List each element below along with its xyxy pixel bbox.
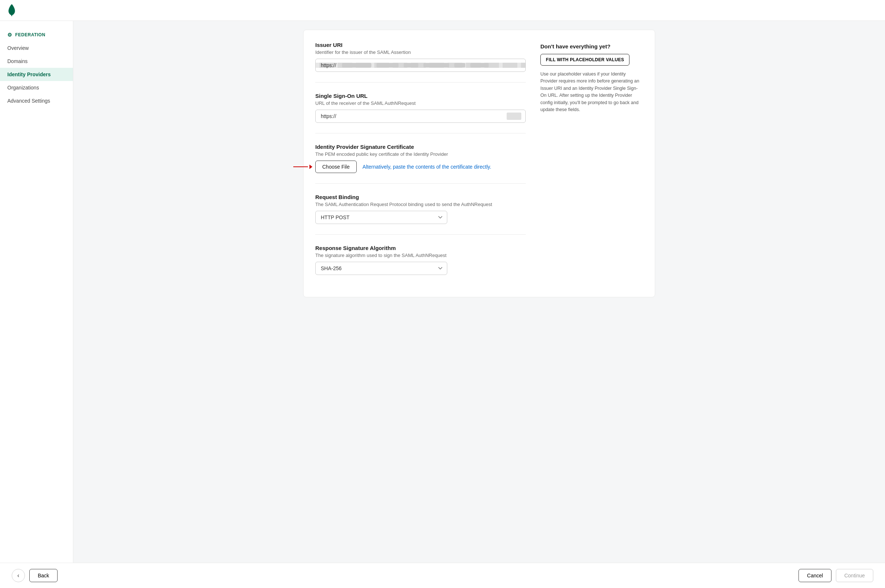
bottom-right: Cancel Continue bbox=[798, 569, 873, 582]
sso-url-label: Single Sign-On URL bbox=[315, 93, 526, 99]
issuer-uri-hint: Identifier for the issuer of the SAML As… bbox=[315, 50, 526, 55]
certificate-label: Identity Provider Signature Certificate bbox=[315, 144, 526, 150]
federation-section-label: ⚙ FEDERATION bbox=[0, 28, 73, 41]
back-arrow-button[interactable]: ‹ bbox=[12, 569, 25, 582]
top-bar bbox=[0, 0, 885, 21]
issuer-uri-section: Issuer URI Identifier for the issuer of … bbox=[315, 42, 526, 82]
issuer-uri-label: Issuer URI bbox=[315, 42, 526, 48]
mongodb-logo bbox=[8, 4, 16, 16]
paste-certificate-link[interactable]: Alternatively, paste the contents of the… bbox=[363, 164, 491, 170]
response-signature-select[interactable]: SHA-256 SHA-1 bbox=[315, 262, 447, 275]
request-binding-label: Request Binding bbox=[315, 194, 526, 200]
form-left: Issuer URI Identifier for the issuer of … bbox=[315, 42, 526, 285]
cancel-button[interactable]: Cancel bbox=[798, 569, 831, 582]
chevron-left-icon: ‹ bbox=[17, 572, 19, 579]
back-button[interactable]: Back bbox=[29, 569, 57, 582]
response-signature-section: Response Signature Algorithm The signatu… bbox=[315, 245, 526, 285]
arrow-head bbox=[309, 165, 312, 169]
response-signature-label: Response Signature Algorithm bbox=[315, 245, 526, 251]
sso-url-hint: URL of the receiver of the SAML AuthNReq… bbox=[315, 100, 526, 106]
request-binding-hint: The SAML Authentication Request Protocol… bbox=[315, 202, 526, 207]
dont-have-title: Don't have everything yet? bbox=[540, 43, 643, 50]
issuer-uri-input-wrapper bbox=[315, 58, 526, 72]
sidebar-item-advanced-settings[interactable]: Advanced Settings bbox=[0, 94, 73, 107]
sidebar-item-organizations[interactable]: Organizations bbox=[0, 81, 73, 94]
bottom-left: ‹ Back bbox=[12, 569, 57, 582]
content-area: Issuer URI Identifier for the issuer of … bbox=[74, 21, 885, 588]
sidebar-item-domains[interactable]: Domains bbox=[0, 55, 73, 68]
request-binding-select[interactable]: HTTP POST HTTP Redirect bbox=[315, 211, 447, 224]
choose-file-button[interactable]: Choose File bbox=[315, 160, 357, 173]
placeholder-hint: Use our placeholder values if your Ident… bbox=[540, 71, 643, 113]
certificate-hint: The PEM encoded public key certificate o… bbox=[315, 152, 526, 157]
certificate-section: Identity Provider Signature Certificate … bbox=[315, 144, 526, 184]
issuer-uri-input[interactable] bbox=[315, 58, 526, 72]
sidebar-panel: Don't have everything yet? FILL WITH PLA… bbox=[540, 42, 643, 285]
response-signature-hint: The signature algorithm used to sign the… bbox=[315, 253, 526, 258]
fill-placeholder-button[interactable]: FILL WITH PLACEHOLDER VALUES bbox=[540, 54, 630, 66]
request-binding-section: Request Binding The SAML Authentication … bbox=[315, 194, 526, 235]
sso-url-input[interactable] bbox=[315, 110, 526, 123]
form-card: Issuer URI Identifier for the issuer of … bbox=[303, 30, 655, 297]
choose-file-row: Choose File Alternatively, paste the con… bbox=[315, 160, 526, 173]
federation-icon: ⚙ bbox=[8, 32, 12, 38]
arrow-line bbox=[293, 166, 308, 167]
bottom-bar: ‹ Back Cancel Continue bbox=[0, 563, 885, 588]
arrow-indicator bbox=[293, 165, 312, 169]
continue-button[interactable]: Continue bbox=[836, 569, 873, 582]
sso-url-section: Single Sign-On URL URL of the receiver o… bbox=[315, 93, 526, 134]
sidebar-item-overview[interactable]: Overview bbox=[0, 41, 73, 55]
sidebar-item-identity-providers[interactable]: Identity Providers bbox=[0, 68, 73, 81]
sidebar: ⚙ FEDERATION Overview Domains Identity P… bbox=[0, 21, 74, 588]
sso-url-input-wrapper bbox=[315, 110, 526, 123]
